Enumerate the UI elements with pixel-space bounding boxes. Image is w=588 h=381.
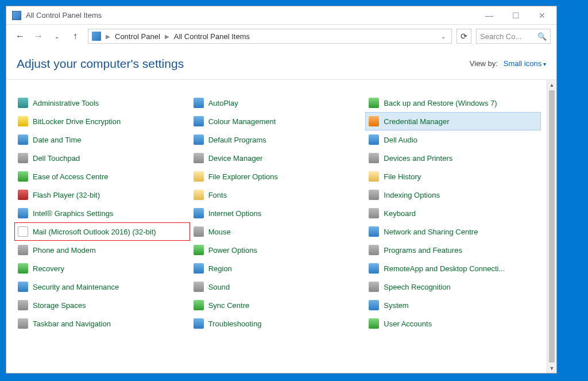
cp-item-default-programs[interactable]: Default Programs [190, 130, 366, 149]
cp-item-date-and-time[interactable]: Date and Time [14, 130, 190, 149]
cp-item-mouse[interactable]: Mouse [190, 222, 366, 241]
cp-item-phone-and-modem[interactable]: Phone and Modem [14, 241, 190, 259]
cp-item-programs-and-features[interactable]: Programs and Features [365, 241, 541, 259]
cp-item-indexing-options[interactable]: Indexing Options [365, 186, 541, 204]
cp-item-file-history[interactable]: File History [365, 167, 541, 186]
item-icon [194, 282, 204, 292]
item-label: Mail (Microsoft Outlook 2016) (32-bit) [33, 228, 156, 236]
back-button[interactable]: ← [12, 28, 28, 44]
item-label: Keyboard [384, 209, 416, 218]
item-label: Recovery [33, 264, 64, 273]
address-bar[interactable]: ▶ Control Panel ▶ All Control Panel Item… [88, 29, 452, 44]
item-label: User Accounts [384, 320, 432, 328]
item-icon [18, 263, 28, 274]
item-label: Sound [208, 283, 230, 291]
cp-item-dell-audio[interactable]: Dell Audio [365, 130, 541, 149]
control-panel-icon [12, 11, 21, 20]
cp-item-colour-management[interactable]: Colour Management [190, 112, 366, 130]
item-icon [369, 153, 379, 163]
cp-item-recovery[interactable]: Recovery [14, 259, 190, 278]
cp-item-autoplay[interactable]: AutoPlay [190, 94, 366, 112]
item-label: RemoteApp and Desktop Connecti... [384, 264, 505, 273]
cp-item-user-accounts[interactable]: User Accounts [365, 314, 541, 333]
item-icon [369, 134, 379, 145]
cp-item-keyboard[interactable]: Keyboard [365, 204, 541, 222]
item-icon [18, 282, 28, 292]
close-button[interactable]: ✕ [529, 7, 555, 24]
scroll-thumb[interactable] [549, 90, 555, 363]
cp-item-sound[interactable]: Sound [190, 278, 366, 296]
view-by: View by: Small icons [470, 59, 546, 68]
item-icon [18, 116, 28, 126]
cp-item-region[interactable]: Region [190, 259, 366, 278]
minimize-button[interactable]: — [476, 7, 502, 24]
cp-item-mail-microsoft-outlook-2016-32-bit[interactable]: Mail (Microsoft Outlook 2016) (32-bit) [14, 222, 190, 241]
view-by-select[interactable]: Small icons [504, 59, 546, 68]
cp-item-security-and-maintenance[interactable]: Security and Maintenance [14, 278, 190, 296]
cp-item-credential-manager[interactable]: Credential Manager [365, 112, 541, 130]
cp-item-intel-graphics-settings[interactable]: Intel® Graphics Settings [14, 204, 190, 222]
cp-item-internet-options[interactable]: Internet Options [190, 204, 366, 222]
maximize-button[interactable]: ☐ [502, 7, 529, 24]
window-title: All Control Panel Items [26, 11, 476, 20]
cp-item-ease-of-access-centre[interactable]: Ease of Access Centre [14, 167, 190, 186]
scrollbar[interactable]: ▲ ▼ [547, 80, 556, 373]
scroll-down-icon[interactable]: ▼ [547, 363, 556, 373]
cp-item-back-up-and-restore-windows-7[interactable]: Back up and Restore (Windows 7) [365, 94, 541, 112]
item-label: System [384, 301, 408, 310]
item-icon [18, 153, 28, 163]
item-icon [369, 282, 379, 292]
item-icon [18, 190, 28, 200]
cp-item-flash-player-32-bit[interactable]: Flash Player (32-bit) [14, 186, 190, 204]
cp-item-network-and-sharing-centre[interactable]: Network and Sharing Centre [365, 222, 541, 241]
item-icon [369, 318, 379, 329]
cp-item-system[interactable]: System [365, 296, 541, 314]
item-label: Power Options [208, 246, 257, 255]
navigation-bar: ← → ⌄ ↑ ▶ Control Panel ▶ All Control Pa… [6, 25, 556, 48]
cp-item-device-manager[interactable]: Device Manager [190, 149, 366, 167]
cp-item-fonts[interactable]: Fonts [190, 186, 366, 204]
cp-item-dell-touchpad[interactable]: Dell Touchpad [14, 149, 190, 167]
breadcrumb-sep-icon: ▶ [164, 33, 171, 40]
cp-item-devices-and-printers[interactable]: Devices and Printers [365, 149, 541, 167]
item-icon [18, 208, 28, 218]
item-icon [18, 300, 28, 310]
cp-item-file-explorer-options[interactable]: File Explorer Options [190, 167, 366, 186]
item-icon [194, 116, 204, 126]
item-icon [194, 226, 204, 237]
cp-item-storage-spaces[interactable]: Storage Spaces [14, 296, 190, 314]
cp-item-bitlocker-drive-encryption[interactable]: BitLocker Drive Encryption [14, 112, 190, 130]
cp-item-speech-recognition[interactable]: Speech Recognition [365, 278, 541, 296]
cp-item-sync-centre[interactable]: Sync Centre [190, 296, 366, 314]
search-placeholder: Search Co... [480, 32, 521, 41]
item-icon [194, 208, 204, 218]
item-label: File History [384, 172, 421, 181]
item-label: Indexing Options [384, 191, 440, 199]
item-label: Administrative Tools [33, 99, 99, 107]
item-label: Credential Manager [384, 117, 449, 126]
item-icon [194, 98, 204, 108]
breadcrumb-1[interactable]: All Control Panel Items [172, 31, 252, 42]
item-icon [18, 245, 28, 255]
item-icon [369, 190, 379, 200]
scroll-up-icon[interactable]: ▲ [547, 80, 556, 90]
content-area: Administrative ToolsAutoPlayBack up and … [6, 80, 556, 373]
address-chevron-icon[interactable]: ⌄ [439, 33, 448, 40]
refresh-button[interactable]: ⟳ [457, 29, 471, 44]
breadcrumb-0[interactable]: Control Panel [113, 31, 163, 42]
cp-item-taskbar-and-navigation[interactable]: Taskbar and Navigation [14, 314, 190, 333]
item-label: AutoPlay [208, 99, 238, 107]
search-input[interactable]: Search Co... 🔍 [476, 29, 551, 44]
cp-item-remoteapp-and-desktop-connecti[interactable]: RemoteApp and Desktop Connecti... [365, 259, 541, 278]
view-by-label: View by: [470, 59, 498, 68]
cp-item-troubleshooting[interactable]: Troubleshooting [190, 314, 366, 333]
cp-item-administrative-tools[interactable]: Administrative Tools [14, 94, 190, 112]
control-panel-window: All Control Panel Items — ☐ ✕ ← → ⌄ ↑ ▶ … [6, 6, 557, 374]
forward-button[interactable]: → [30, 28, 47, 44]
cp-item-power-options[interactable]: Power Options [190, 241, 366, 259]
item-label: Dell Audio [384, 136, 417, 144]
up-button[interactable]: ↑ [67, 28, 83, 44]
item-label: Intel® Graphics Settings [33, 209, 113, 218]
recent-dropdown[interactable]: ⌄ [49, 28, 65, 44]
item-icon [194, 153, 204, 163]
